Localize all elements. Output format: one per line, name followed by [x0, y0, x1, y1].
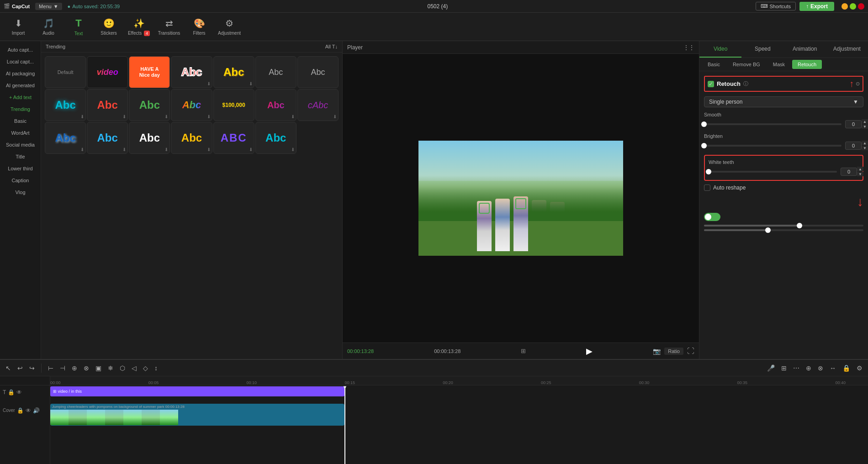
split-button[interactable]: ⊢ — [46, 364, 55, 373]
reshape-slider-track-1[interactable] — [704, 225, 863, 227]
text-card-abc-teal[interactable]: Abc ⬇ — [255, 122, 296, 154]
white-teeth-value-input[interactable] — [841, 168, 857, 176]
close-button[interactable] — [858, 3, 864, 10]
cover-button[interactable]: Cover — [3, 408, 15, 413]
download-icon-2[interactable]: ⬇ — [249, 81, 253, 86]
tool-transitions[interactable]: ⇄ Transitions — [154, 14, 184, 40]
text-card-abc-red[interactable]: Abc ⬇ — [87, 89, 128, 121]
tl-btn-4[interactable]: ⊗ — [816, 364, 825, 373]
tool-audio[interactable]: 🎵 Audio — [34, 14, 63, 40]
sidebar-item-add-text[interactable]: + Add text — [2, 92, 39, 103]
tl-btn-3[interactable]: ⊕ — [804, 364, 813, 373]
text-card-abc-gold[interactable]: Abc ⬇ — [213, 56, 254, 88]
undo-button[interactable]: ↩ — [16, 364, 25, 373]
smooth-increment[interactable]: ▲ — [862, 119, 868, 124]
text-card-abc-yellow[interactable]: Abc ⬇ — [171, 122, 212, 154]
download-icon-3[interactable]: ⬇ — [80, 114, 84, 119]
sidebar-item-local-caption[interactable]: Local capt... — [2, 56, 39, 67]
tab-speed[interactable]: Speed — [741, 41, 783, 58]
text-card-row1-6[interactable]: Abc — [255, 56, 296, 88]
keyframe-icon[interactable]: ⊞ — [521, 348, 526, 354]
text-card-abc-blue2[interactable]: Abc ⬇ — [45, 122, 86, 154]
sidebar-item-wordart[interactable]: WordArt — [2, 127, 39, 138]
video-track-eye[interactable]: 👁 — [26, 407, 31, 414]
text-card-abc-uppercase[interactable]: ABC ⬇ — [213, 122, 254, 154]
brighten-value-input[interactable] — [845, 142, 862, 150]
rotate-button[interactable]: ◇ — [141, 364, 150, 373]
download-icon-6[interactable]: ⬇ — [207, 114, 211, 119]
fullscreen-button[interactable]: ⛶ — [687, 347, 694, 355]
play-button[interactable]: ▶ — [586, 346, 593, 356]
download-icon-12[interactable]: ⬇ — [207, 147, 211, 152]
tl-btn-1[interactable]: ⊞ — [779, 364, 789, 373]
minimize-button[interactable] — [842, 3, 848, 10]
sidebar-item-basic[interactable]: Basic — [2, 116, 39, 127]
download-icon-11[interactable]: ⬇ — [164, 147, 168, 152]
player-menu-icon[interactable]: ⋮⋮ — [683, 44, 694, 51]
tab-adjustment[interactable]: Adjustment — [826, 41, 868, 58]
crop-button[interactable]: ▣ — [94, 364, 103, 373]
sidebar-item-ai-generated[interactable]: AI generated — [2, 80, 39, 91]
sidebar-item-lower-third[interactable]: Lower third — [2, 163, 39, 174]
trim-right[interactable]: ⊕ — [70, 364, 79, 373]
video-clip[interactable]: Jumping cheerleaders with pompoms on bac… — [50, 404, 344, 426]
download-icon-7[interactable]: ⬇ — [291, 114, 295, 119]
download-icon-10[interactable]: ⬇ — [122, 147, 126, 152]
download-icon[interactable]: ⬇ — [207, 81, 211, 86]
more-button[interactable]: ↕ — [153, 364, 159, 373]
download-icon-5[interactable]: ⬇ — [164, 114, 168, 119]
sidebar-item-caption[interactable]: Caption — [2, 175, 39, 186]
freeze-button[interactable]: ❄ — [106, 364, 115, 373]
tab-animation[interactable]: Animation — [784, 41, 826, 58]
sub-tab-remove-bg[interactable]: Remove BG — [727, 60, 766, 69]
mirror-button[interactable]: ◁ — [130, 364, 138, 373]
smooth-decrement[interactable]: ▼ — [862, 124, 868, 129]
reshape-slider-track-2[interactable] — [704, 229, 863, 231]
video-track-audio[interactable]: 🔊 — [33, 407, 40, 414]
tl-btn-6[interactable]: 🔒 — [841, 364, 852, 373]
sidebar-item-social-media[interactable]: Social media — [2, 139, 39, 150]
text-panel-all-label[interactable]: All T↓ — [325, 44, 338, 49]
text-card-video[interactable]: video — [87, 56, 128, 88]
sub-tab-retouch[interactable]: Retouch — [792, 60, 822, 69]
maximize-button[interactable] — [850, 3, 856, 10]
text-card-dollar[interactable]: $100,000 — [213, 89, 254, 121]
text-card-default[interactable]: Default — [45, 56, 86, 88]
tool-adjustment[interactable]: ⚙ Adjustment — [215, 14, 244, 40]
tool-effects[interactable]: ✨ Effects 4 — [124, 14, 153, 40]
mic-button[interactable]: 🎤 — [765, 364, 777, 373]
trim-left[interactable]: ⊣ — [58, 364, 67, 373]
sidebar-item-auto-caption[interactable]: Auto capt... — [2, 44, 39, 55]
select-tool[interactable]: ↖ — [4, 364, 13, 373]
export-button[interactable]: ↑ Export — [799, 2, 834, 11]
brighten-slider[interactable] — [704, 145, 842, 147]
tool-text[interactable]: T Text — [64, 14, 93, 40]
text-track-eye[interactable]: 👁 — [16, 389, 22, 395]
smooth-slider[interactable] — [704, 123, 842, 125]
delete-button[interactable]: ⊗ — [82, 364, 91, 373]
text-card-abc-multicolor[interactable]: Abc ⬇ — [255, 89, 296, 121]
brighten-decrement[interactable]: ▼ — [862, 146, 868, 150]
menu-button[interactable]: Menu ▼ — [35, 3, 62, 10]
video-track-lock[interactable]: 🔒 — [17, 407, 24, 414]
brighten-increment[interactable]: ▲ — [862, 141, 868, 145]
tab-video[interactable]: Video — [699, 41, 741, 58]
screenshot-button[interactable]: 📷 — [653, 348, 661, 355]
toggle-switch[interactable] — [704, 213, 720, 221]
text-card-abc-cyan[interactable]: Abc ⬇ — [45, 89, 86, 121]
tl-btn-5[interactable]: ↔ — [828, 364, 838, 373]
tool-stickers[interactable]: 🙂 Stickers — [94, 14, 123, 40]
text-card-abc-white[interactable]: Abc ⬇ — [129, 122, 170, 154]
ratio-button[interactable]: Ratio — [664, 348, 683, 355]
retouch-checkbox[interactable]: ✓ — [708, 81, 714, 87]
tl-settings[interactable]: ⚙ — [855, 364, 864, 373]
smooth-value-input[interactable] — [845, 120, 862, 128]
text-card-abc-green[interactable]: Abc ⬇ — [129, 89, 170, 121]
text-card-have-nice-day[interactable]: HAVE ANice day — [129, 56, 170, 88]
text-card-abc-rainbow[interactable]: Abc ⬇ — [171, 89, 212, 121]
text-clip[interactable]: ⊞ video / in this — [50, 386, 344, 396]
download-icon-14[interactable]: ⬇ — [291, 147, 295, 152]
auto-reshape-checkbox[interactable] — [704, 185, 710, 191]
shortcuts-button[interactable]: ⌨ Shortcuts — [756, 2, 796, 11]
auto-captions-tl[interactable]: ⬡ — [118, 364, 127, 373]
